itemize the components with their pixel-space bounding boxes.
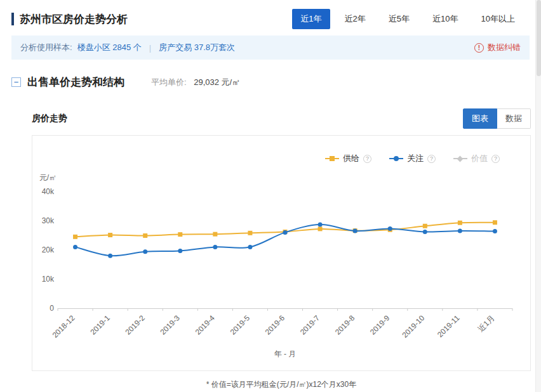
legend-circle-marker-icon [389,155,403,162]
data-point-circle [213,245,217,249]
data-point-circle [353,229,357,233]
legend-item-2[interactable]: 关注? [389,153,436,164]
view-toggle-data[interactable]: 数据 [497,108,531,129]
series-line-2 [76,225,495,256]
x-tick-label: 2019-5 [229,313,252,337]
legend-diamond-marker-icon [453,155,467,162]
data-point-circle [248,245,252,249]
sample-separator: | [149,43,151,53]
chart-data-toggle: 图表数据 [463,108,531,129]
price-trend-chart-card: 供给?关注?价值? 元/㎡010k20k30k40k2018-122019-12… [32,135,531,371]
data-point-square [73,235,77,239]
sample-prefix: 分析使用样本: [20,42,72,53]
chart-legend: 供给?关注?价值? [32,136,530,165]
data-point-square [108,233,112,237]
y-tick-label: 10k [42,275,55,284]
x-tick-label: 2019-4 [194,313,217,337]
data-point-square [423,224,427,228]
scrollbar-thumb[interactable] [537,0,541,76]
x-tick-label: 2019-2 [123,313,147,337]
legend-item-1[interactable]: 供给? [325,153,371,164]
data-point-circle [458,229,462,233]
trend-chart: 元/㎡010k20k30k40k2018-122019-12019-22019-… [32,166,530,367]
trend-title: 房价走势 [32,113,67,124]
x-tick-label: 2018-12 [51,313,77,339]
x-tick-label: 近1月 [476,313,497,334]
data-point-circle [423,230,427,234]
help-question-icon[interactable]: ? [491,155,500,163]
help-question-icon[interactable]: ? [427,155,436,163]
time-range-tabs: 近1年近2年近5年近10年10年以上 [292,9,523,29]
data-point-circle [178,249,182,253]
data-point-square [248,231,252,235]
section-header: − 出售单价走势和结构 平均单价: 29,032 元/㎡ [11,75,530,89]
error-info-icon: ! [474,43,484,53]
y-tick-label: 20k [42,245,55,254]
data-point-square [493,220,497,225]
time-range-tab-4[interactable]: 近10年 [424,9,466,29]
legend-label: 关注 [407,153,424,164]
y-tick-label: 0 [50,304,54,313]
value-footnote: * 价值=该月平均租金(元/月/㎡)x12个月x30年 [32,379,531,390]
time-range-tab-1[interactable]: 近1年 [292,9,330,29]
data-point-circle [108,254,112,258]
page-title: 苏州市区房价走势分析 [20,12,128,27]
data-point-square [458,221,462,225]
trend-header: 房价走势 图表数据 [32,108,531,129]
sample-bar: 分析使用样本: 楼盘小区 2845 个 | 房产交易 37.8万套次 ! 数据纠… [11,36,530,60]
header: 苏州市区房价走势分析 近1年近2年近5年近10年10年以上 [0,0,541,34]
collapse-minus-icon[interactable]: − [11,77,21,87]
data-point-circle [283,230,288,235]
legend-label: 供给 [343,153,359,164]
trend-chart-svg: 元/㎡010k20k30k40k2018-122019-12019-22019-… [32,166,530,364]
time-range-tab-5[interactable]: 10年以上 [473,9,523,29]
x-tick-label: 2019-8 [333,313,357,337]
time-range-tab-2[interactable]: 近2年 [337,9,374,29]
page: 苏州市区房价走势分析 近1年近2年近5年近10年10年以上 分析使用样本: 楼盘… [0,0,541,390]
section-title: 出售单价走势和结构 [27,75,124,89]
x-tick-label: 2019-11 [436,313,462,339]
x-axis-title: 年 - 月 [274,350,297,358]
x-tick-label: 2019-6 [264,313,287,337]
data-point-square [318,226,323,231]
average-price-label: 平均单价: [151,77,187,87]
title-accent-bar [11,13,14,25]
x-tick-label: 2019-3 [159,313,182,337]
report-error-button[interactable]: ! 数据纠错 [474,42,521,53]
data-point-circle [318,222,323,226]
x-tick-label: 2019-1 [88,313,112,337]
help-question-icon[interactable]: ? [363,155,371,163]
y-tick-label: 30k [42,216,55,225]
x-tick-label: 2019-7 [298,313,322,337]
legend-item-3[interactable]: 价值? [453,153,500,164]
data-point-circle [493,229,497,233]
legend-label: 价值 [471,153,488,164]
title-wrap: 苏州市区房价走势分析 [11,12,128,27]
sample-complex-count[interactable]: 楼盘小区 2845 个 [77,42,142,53]
legend-square-marker-icon [325,155,339,162]
data-point-circle [388,226,392,231]
x-tick-label: 2019-10 [400,313,426,339]
y-tick-label: 40k [42,187,55,196]
x-tick-label: 2019-9 [368,313,392,337]
report-error-label: 数据纠错 [488,42,521,53]
data-point-square [213,232,217,237]
sample-transaction-count[interactable]: 房产交易 37.8万套次 [159,42,235,53]
data-point-circle [143,249,147,254]
data-point-circle [73,245,77,249]
data-point-square [143,233,147,238]
average-price: 平均单价: 29,032 元/㎡ [151,77,240,88]
y-axis-title: 元/㎡ [39,173,57,182]
data-point-square [178,232,182,237]
time-range-tab-3[interactable]: 近5年 [380,9,418,29]
view-toggle-chart[interactable]: 图表 [463,108,497,129]
average-price-value: 29,032 元/㎡ [194,77,240,87]
page-scrollbar[interactable] [535,0,541,392]
